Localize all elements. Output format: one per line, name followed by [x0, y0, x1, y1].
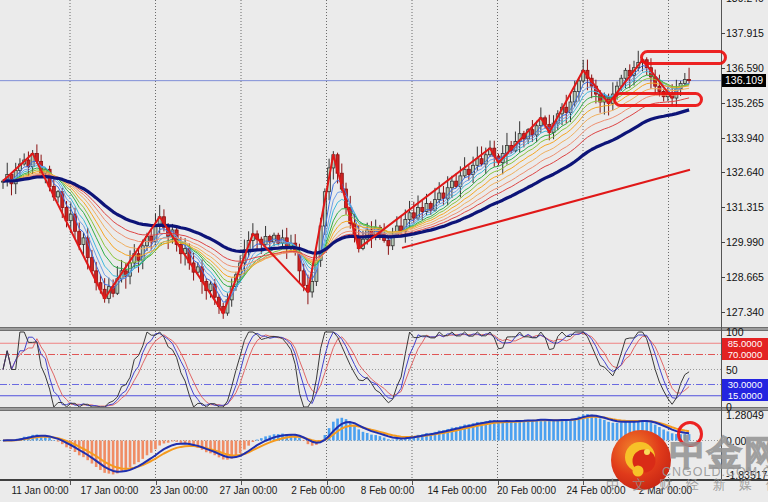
- time-axis-tick: [70, 481, 71, 485]
- stochastic-level-box: 15.0000: [722, 390, 768, 401]
- price-axis-label: 129.990: [726, 236, 764, 248]
- current-price-box: 136.109: [722, 74, 766, 87]
- price-axis-tick: [721, 138, 725, 139]
- price-axis-tick: [721, 103, 725, 104]
- time-axis-tick: [327, 481, 328, 485]
- price-axis-label: 137.915: [726, 27, 764, 39]
- time-axis-label: 27 Jan 00:00: [220, 485, 278, 496]
- price-axis-tick: [721, 33, 725, 34]
- stochastic-scale-label: 50: [726, 364, 738, 376]
- price-axis-label: 133.940: [726, 132, 764, 144]
- stochastic-panel: [0, 331, 721, 408]
- time-axis-label: 2 Feb 00:00: [291, 485, 344, 496]
- trading-chart-window: 139.240137.915136.590135.265133.940132.6…: [0, 0, 768, 502]
- time-axis-label: 2 Mar 00:00: [639, 485, 692, 496]
- price-axis-label: 136.590: [726, 62, 764, 74]
- price-axis-tick: [721, 172, 725, 173]
- annotation-rectangle-2: [613, 92, 703, 107]
- price-axis-tick: [721, 277, 725, 278]
- price-axis-tick: [721, 68, 725, 69]
- stochastic-level-box: 85.0000: [722, 338, 768, 349]
- time-axis-tick: [156, 481, 157, 485]
- time-axis-tick: [583, 481, 584, 485]
- stochastic-scale-label: 100: [726, 326, 744, 338]
- time-axis-label: 8 Feb 00:00: [361, 485, 414, 496]
- time-axis-tick: [412, 481, 413, 485]
- time-axis-label: 23 Jan 00:00: [150, 485, 208, 496]
- time-axis-tick: [498, 481, 499, 485]
- panel-separator-1[interactable]: [0, 327, 768, 331]
- main-price-panel: [0, 0, 721, 327]
- stochastic-level-box: 70.0000: [722, 349, 768, 360]
- price-axis-label: 135.265: [726, 97, 764, 109]
- annotation-rectangle-1: [640, 50, 727, 65]
- price-axis-tick: [721, 312, 725, 313]
- chart-bottom-border: [0, 479, 768, 481]
- time-axis-label: 17 Jan 00:00: [81, 485, 139, 496]
- macd-panel: [0, 411, 721, 479]
- stochastic-level-box: 30.0000: [722, 379, 768, 390]
- time-axis[interactable]: 11 Jan 00:0017 Jan 00:0023 Jan 00:0027 J…: [0, 481, 768, 502]
- chart-canvas[interactable]: [0, 0, 768, 502]
- time-axis-label: 14 Feb 00:00: [428, 485, 487, 496]
- price-axis-tick: [721, 207, 725, 208]
- time-axis-label: 24 Feb 00:00: [567, 485, 626, 496]
- time-axis-tick: [241, 481, 242, 485]
- price-axis-label: 128.665: [726, 271, 764, 283]
- annotation-circle: [677, 421, 703, 447]
- price-axis-label: 131.315: [726, 201, 764, 213]
- macd-scale-label: 0.00: [726, 435, 746, 447]
- price-axis-label: 139.240: [726, 0, 764, 4]
- price-axis-tick: [721, 242, 725, 243]
- time-axis-tick: [669, 481, 670, 485]
- time-axis-label: 11 Jan 00:00: [11, 485, 68, 496]
- panel-separator-2[interactable]: [0, 407, 768, 411]
- price-axis-label: 127.340: [726, 306, 764, 318]
- price-axis-divider: [721, 0, 722, 481]
- macd-scale-label: -1.83517: [726, 469, 767, 481]
- time-axis-label: 20 Feb 00:00: [497, 485, 556, 496]
- price-axis-label: 132.640: [726, 166, 764, 178]
- macd-scale-label: 1.28049: [726, 409, 764, 421]
